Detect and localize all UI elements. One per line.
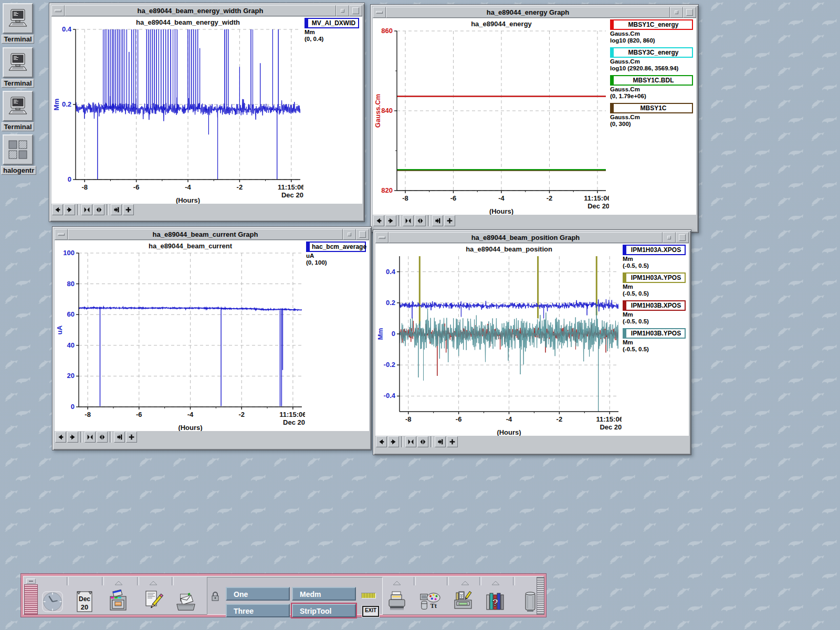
maximize-button[interactable] xyxy=(349,5,362,16)
grow-range-button[interactable] xyxy=(126,432,137,443)
chart-legend: hac_bcm_average uA (0, 100) xyxy=(305,240,367,269)
panel-left-grip[interactable] xyxy=(24,584,38,615)
legend-series-name[interactable]: MBSY1C xyxy=(610,103,693,113)
zoom-out-button[interactable] xyxy=(417,436,428,447)
desktop-icon-terminal-2[interactable]: Terminal xyxy=(1,47,35,88)
legend-color-bar xyxy=(624,274,626,282)
desktop-icon-terminal-3[interactable]: Terminal xyxy=(1,91,35,131)
text-editor[interactable] xyxy=(142,589,165,615)
app-manager[interactable] xyxy=(452,589,475,615)
jump-to-latest-button[interactable] xyxy=(114,432,125,443)
window-titlebar[interactable]: ha_e89044_energy Graph xyxy=(373,7,696,18)
mail[interactable] xyxy=(174,589,197,615)
help[interactable]: ? xyxy=(484,589,507,615)
subpanel-arrow-files[interactable] xyxy=(114,578,123,587)
minimize-button[interactable] xyxy=(663,232,676,243)
window-grid-icon[interactable] xyxy=(3,134,33,165)
legend-series-name[interactable]: IPM1H03A.YPOS xyxy=(623,272,686,283)
grow-range-button[interactable] xyxy=(447,436,458,447)
front-panel: Dec20 One Medm Three StripTool EXIT xyxy=(21,574,546,617)
legend-series-name[interactable]: MBSY1C.BDL xyxy=(610,75,693,86)
window-menu-button[interactable] xyxy=(373,7,386,18)
maximize-button[interactable] xyxy=(683,7,696,18)
window-menu-button[interactable] xyxy=(375,232,388,243)
jump-to-latest-button[interactable] xyxy=(432,215,443,226)
style-manager[interactable]: Tt xyxy=(419,589,442,615)
terminal-icon[interactable] xyxy=(3,3,33,34)
panel-right-grip[interactable] xyxy=(537,577,544,615)
workspace-button-medm[interactable]: Medm xyxy=(292,587,356,601)
jump-to-latest-button[interactable] xyxy=(435,436,446,447)
terminal-icon[interactable] xyxy=(3,47,33,78)
minimize-button[interactable] xyxy=(336,5,349,16)
zoom-in-button[interactable] xyxy=(85,432,96,443)
window-menu-button[interactable] xyxy=(55,229,68,240)
workspace-button-striptool[interactable]: StripTool xyxy=(292,604,356,617)
desktop-icon-terminal-1[interactable]: Terminal xyxy=(1,3,35,44)
legend-series-name[interactable]: MBSY1C_energy xyxy=(610,19,693,30)
legend-series-name[interactable]: hac_bcm_average xyxy=(306,242,366,252)
subpanel-arrow-apps[interactable] xyxy=(461,578,469,587)
scroll-right-button[interactable] xyxy=(64,204,75,215)
window-titlebar[interactable]: ha_e89044_beam_energy_width Graph xyxy=(51,5,362,16)
svg-text:-8: -8 xyxy=(85,411,91,418)
scroll-left-button[interactable] xyxy=(373,215,384,226)
clock[interactable] xyxy=(41,589,64,615)
svg-text:uA: uA xyxy=(56,325,64,334)
legend-range: log10 (2920.86, 3569.94) xyxy=(610,65,693,72)
legend-series-name[interactable]: IPM1H03A.XPOS xyxy=(623,245,686,255)
svg-text:11:15:06: 11:15:06 xyxy=(279,411,305,418)
text-editor-icon xyxy=(142,590,165,614)
grow-range-button[interactable] xyxy=(123,204,134,215)
zoom-in-button[interactable] xyxy=(403,215,414,226)
desktop-icon-label[interactable]: Terminal xyxy=(2,35,34,44)
svg-text:(Hours): (Hours) xyxy=(178,424,202,431)
maximize-button[interactable] xyxy=(676,232,689,243)
scroll-right-button[interactable] xyxy=(385,215,396,226)
printer[interactable] xyxy=(385,589,408,615)
subpanel-arrow-editor[interactable] xyxy=(149,578,158,587)
file-manager[interactable] xyxy=(107,589,130,615)
exit-button[interactable]: EXIT xyxy=(362,606,379,617)
minimize-button[interactable] xyxy=(343,229,356,240)
desktop-icon-halogentr[interactable]: halogentr xyxy=(1,134,35,175)
maximize-button[interactable] xyxy=(356,229,369,240)
legend-series-name[interactable]: IPM1H03B.XPOS xyxy=(623,300,686,311)
zoom-in-button[interactable] xyxy=(81,204,92,215)
desktop-icon-label[interactable]: halogentr xyxy=(1,166,36,175)
subpanel-arrow-printer[interactable] xyxy=(393,578,401,587)
panel-menu-button[interactable] xyxy=(26,579,36,584)
workspace-button-one[interactable]: One xyxy=(226,587,290,601)
subpanel-arrow-help[interactable] xyxy=(491,578,500,587)
zoom-in-button[interactable] xyxy=(405,436,416,447)
scroll-left-button[interactable] xyxy=(376,436,387,447)
legend-series-name[interactable]: MV_AI_DXWID xyxy=(304,18,359,28)
grow-range-button[interactable] xyxy=(444,215,455,226)
window-titlebar[interactable]: ha_e89044_beam_current Graph xyxy=(55,229,369,240)
terminal-icon[interactable] xyxy=(3,91,33,121)
svg-text:11:15:06: 11:15:06 xyxy=(584,194,609,202)
window-titlebar[interactable]: ha_e89044_beam_position Graph xyxy=(375,232,689,243)
legend-series-name[interactable]: MBSY3C_energy xyxy=(610,47,693,58)
desktop-icon-label[interactable]: Terminal xyxy=(2,122,34,131)
jump-to-latest-button[interactable] xyxy=(111,204,122,215)
zoom-out-button[interactable] xyxy=(415,215,426,226)
zoom-out-button[interactable] xyxy=(93,204,104,215)
calendar[interactable]: Dec20 xyxy=(73,589,96,615)
svg-text:-2: -2 xyxy=(556,415,563,423)
desktop-icon-label[interactable]: Terminal xyxy=(2,79,34,88)
minimize-button[interactable] xyxy=(670,7,683,18)
legend-units: Gauss.Cm xyxy=(610,114,693,121)
legend-item: MV_AI_DXWID Mm (0, 0.4) xyxy=(304,18,359,43)
scroll-left-button[interactable] xyxy=(55,432,66,443)
toolbar-separator xyxy=(398,215,401,226)
scroll-right-button[interactable] xyxy=(67,432,78,443)
zoom-out-button[interactable] xyxy=(97,432,108,443)
scroll-right-button[interactable] xyxy=(388,436,399,447)
legend-units: Mm xyxy=(623,256,686,262)
window-menu-button[interactable] xyxy=(51,5,65,16)
legend-series-name[interactable]: IPM1H03B.YPOS xyxy=(623,328,686,339)
workspace-button-three[interactable]: Three xyxy=(226,604,290,617)
lock-icon[interactable] xyxy=(211,591,220,604)
scroll-left-button[interactable] xyxy=(52,204,63,215)
